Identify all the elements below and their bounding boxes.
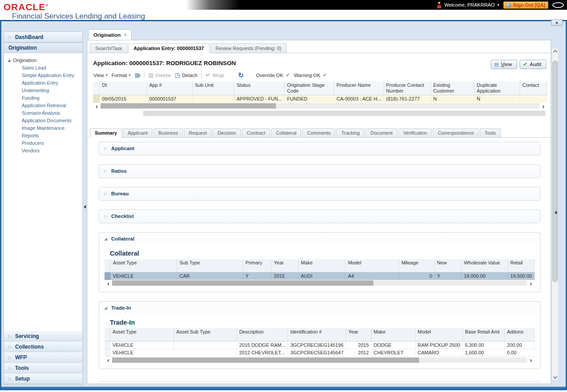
tab-contract[interactable]: Contract — [242, 128, 270, 138]
freeze-button[interactable]: ▥ Freeze — [148, 72, 171, 78]
override-ok-checkbox[interactable]: Override OK ✓ — [256, 72, 290, 78]
scroll-right-icon[interactable]: › — [527, 280, 535, 286]
scroll-right-icon[interactable]: › — [540, 103, 547, 109]
cell-base-retail-amt[interactable]: 5,300.00 — [462, 342, 505, 349]
cell-identification[interactable]: 3GCPCREC9EG145196 — [288, 342, 346, 349]
sidebar-item-setup[interactable]: ▷ Setup — [4, 373, 82, 384]
tree-item-scenario-analysis[interactable]: Scenario Analysis — [4, 109, 82, 117]
vertical-scrollbar[interactable] — [551, 48, 559, 381]
view-menu[interactable]: View ▾ — [93, 73, 108, 78]
scrollbar-thumb[interactable] — [112, 357, 419, 363]
view-button[interactable]: ▤ View — [491, 60, 517, 69]
row-marker[interactable] — [105, 349, 110, 357]
scroll-right-icon[interactable]: › — [527, 357, 535, 363]
tab-verification[interactable]: Verification — [398, 128, 432, 138]
cell-sub-unit[interactable] — [192, 95, 234, 103]
tree-item-simple-application-entry[interactable]: Simple Application Entry — [4, 72, 82, 79]
section-trade-in-header[interactable]: ◢ Trade-In — [99, 302, 540, 314]
cell-description[interactable]: 2012 CHEVROLET... — [237, 349, 288, 357]
detach-button[interactable]: ◳ Detach — [175, 72, 197, 78]
row-marker[interactable] — [93, 95, 100, 103]
outer-scrollbar-thumb[interactable] — [143, 111, 545, 116]
cell-origination-stage[interactable]: FUNDED — [284, 95, 334, 103]
tree-item-funding[interactable]: Funding — [4, 94, 82, 102]
cell-description[interactable]: 2015 DODGE RAM... — [237, 342, 288, 349]
tree-item-image-maintenance[interactable]: Image Maintenance — [4, 124, 82, 132]
cell-model[interactable]: RAM PICKUP 2500 — [415, 342, 462, 349]
cell-asset-sub-type[interactable] — [174, 342, 237, 349]
sidebar-item-servicing[interactable]: ▷ Servicing — [4, 331, 82, 342]
scrollbar-thumb[interactable] — [112, 280, 373, 286]
sidebar-item-dashboard[interactable]: ▷ DashBoard — [4, 32, 82, 43]
splitter-handle-left[interactable] — [84, 205, 86, 209]
tab-correspondence[interactable]: Correspondence — [433, 128, 478, 138]
welcome-menu[interactable]: Welcome, PRAKRRAO ▾ — [437, 2, 499, 8]
cell-producer-name[interactable]: CA-00003 : ACE H... — [334, 95, 384, 103]
format-menu[interactable]: Format ▾ — [112, 73, 131, 78]
tab-application-entry[interactable]: Application Entry: 0000001537 — [128, 43, 210, 53]
section-bureau-header[interactable]: ▷ Bureau — [99, 187, 540, 200]
cell-model[interactable]: A4 — [346, 272, 399, 280]
scroll-up-icon[interactable] — [553, 50, 558, 54]
sign-out-button[interactable]: Sign Out [QA] — [503, 1, 548, 9]
cell-primary[interactable]: Y — [243, 272, 272, 280]
cell-producer-contact[interactable]: (818)-761-2277 — [384, 95, 431, 103]
tree-item-application-entry[interactable]: Application Entry — [4, 79, 82, 87]
cell-addons[interactable]: 0.00 — [505, 349, 535, 357]
warning-ok-checkbox[interactable]: Warning OK ✓ — [294, 72, 327, 78]
page-scroll-up-button[interactable]: ▲ — [551, 19, 563, 26]
tab-document[interactable]: Document — [365, 128, 397, 138]
table-row[interactable]: VEHICLE 2015 DODGE RAM... 3GCPCREC9EG145… — [105, 342, 535, 349]
cell-wholesale-value[interactable]: 19,000.00 — [462, 272, 508, 280]
cell-identification[interactable]: 3GCPCREC5EG145647 — [288, 349, 346, 357]
tab-tracking[interactable]: Tracking — [336, 128, 365, 138]
tab-request[interactable]: Request — [184, 128, 212, 138]
cell-make[interactable]: DODGE — [371, 342, 415, 349]
tab-origination[interactable]: Origination ✕ — [88, 29, 132, 40]
tree-item-producers[interactable]: Producers — [4, 140, 82, 147]
section-ratios-header[interactable]: ▷ Ratios — [99, 165, 540, 178]
cell-contact[interactable] — [520, 95, 547, 103]
cell-asset-type[interactable]: VEHICLE — [110, 349, 174, 357]
scroll-down-icon[interactable] — [553, 375, 558, 379]
tree-item-application-retrieval[interactable]: Application Retrieval — [4, 102, 82, 109]
section-applicant-header[interactable]: ▷ Applicant — [99, 142, 540, 155]
tree-item-sales-lead[interactable]: Sales Lead — [4, 64, 82, 72]
scrollbar-thumb[interactable] — [552, 61, 558, 282]
tab-summary[interactable]: Summary — [90, 128, 122, 138]
tab-business[interactable]: Business — [153, 128, 183, 138]
tab-search-task[interactable]: Search/Task — [90, 43, 128, 53]
sidebar-item-origination[interactable]: Origination — [4, 43, 82, 53]
table-row[interactable]: VEHICLE 2012 CHEVROLET... 3GCPCREC5EG145… — [105, 349, 535, 357]
sidebar-item-wfp[interactable]: ▷ WFP — [4, 352, 82, 363]
row-marker[interactable] — [105, 272, 110, 280]
section-requested-header[interactable]: ▷ Requested — [99, 382, 540, 384]
tab-review-requests[interactable]: Review Requests (Pending: 0) — [210, 43, 287, 53]
cell-addons[interactable]: 200.00 — [505, 342, 535, 349]
cell-dt[interactable]: 09/05/2015 — [100, 95, 147, 103]
section-checklist-header[interactable]: ▷ Checklist — [99, 210, 540, 223]
cell-year[interactable]: 2015 — [272, 272, 299, 280]
cell-existing-customer[interactable]: N — [431, 95, 474, 103]
cell-duplicate-application[interactable]: N — [474, 95, 520, 103]
tab-comments[interactable]: Comments — [302, 128, 335, 138]
sidebar-item-tools[interactable]: ▷ Tools — [4, 363, 82, 373]
query-by-example-button[interactable]: ▦▼ — [135, 72, 140, 78]
tab-close-icon[interactable]: ✕ — [124, 33, 127, 37]
row-marker[interactable] — [105, 342, 110, 349]
cell-model[interactable]: CAMARO — [415, 349, 462, 357]
wrap-button[interactable]: ↵ Wrap — [206, 72, 224, 78]
cell-base-retail-amt[interactable]: 1,600.00 — [462, 349, 505, 357]
cell-asset-sub-type[interactable] — [174, 349, 237, 357]
table-row[interactable]: VEHICLE CAR Y 2015 AUDI A4 0 Y 19,000.00 — [105, 272, 535, 280]
cell-mileage[interactable]: 0 — [399, 272, 435, 280]
cell-status[interactable]: APPROVED - FUN... — [234, 95, 285, 103]
tab-decision[interactable]: Decision — [213, 128, 241, 138]
cell-make[interactable]: CHEVROLET — [371, 349, 415, 357]
cell-sub-type[interactable]: CAR — [177, 272, 243, 280]
tree-item-application-documents[interactable]: Application Documents — [4, 117, 82, 124]
section-collateral-header[interactable]: ◢ Collateral — [99, 233, 540, 245]
scrollbar-track[interactable] — [112, 280, 527, 286]
tree-item-vendors[interactable]: Vendors — [4, 147, 82, 155]
cell-asset-type[interactable]: VEHICLE — [110, 342, 174, 349]
